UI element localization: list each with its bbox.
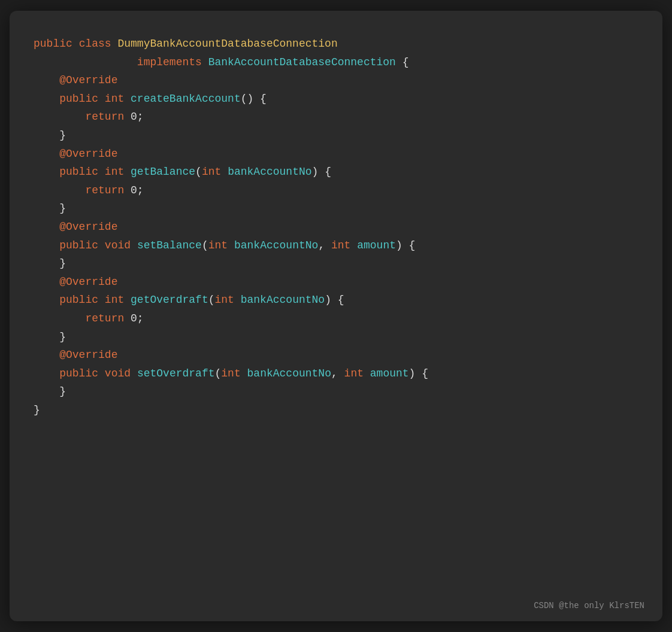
code-line: public int getBalance(int bankAccountNo)…: [34, 163, 632, 181]
code-line: @Override: [34, 218, 632, 236]
code-line: }: [34, 401, 632, 420]
watermark: CSDN @the only KlrsTEN: [534, 601, 644, 610]
code-line: }: [34, 254, 632, 273]
code-line: @Override: [34, 71, 632, 90]
code-container: public class DummyBankAccountDatabaseCon…: [10, 11, 662, 621]
code-line: @Override: [34, 273, 632, 291]
code-line: public int createBankAccount() {: [34, 90, 632, 108]
code-block: public class DummyBankAccountDatabaseCon…: [34, 35, 632, 419]
code-line: }: [34, 382, 632, 401]
code-line: return 0;: [34, 181, 632, 200]
code-line: implements BankAccountDatabaseConnection…: [34, 53, 632, 72]
code-line: @Override: [34, 346, 632, 364]
code-line: public void setOverdraft(int bankAccount…: [34, 364, 632, 383]
code-line: return 0;: [34, 309, 632, 328]
code-line: }: [34, 126, 632, 145]
code-line: public void setBalance(int bankAccountNo…: [34, 236, 632, 255]
code-line: return 0;: [34, 108, 632, 126]
code-line: }: [34, 199, 632, 218]
code-line: @Override: [34, 145, 632, 163]
code-line: public class DummyBankAccountDatabaseCon…: [34, 35, 632, 53]
code-line: public int getOverdraft(int bankAccountN…: [34, 291, 632, 309]
code-line: }: [34, 328, 632, 347]
